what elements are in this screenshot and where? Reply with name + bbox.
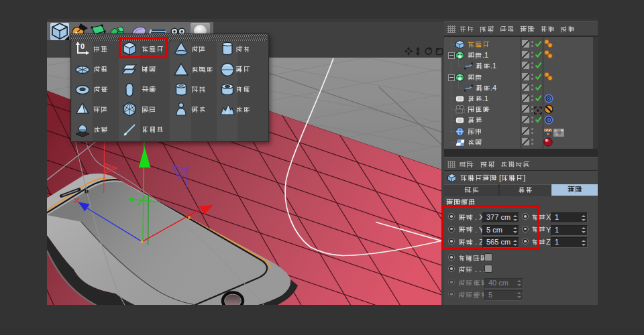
svg-text:0: 0 [80, 42, 85, 50]
